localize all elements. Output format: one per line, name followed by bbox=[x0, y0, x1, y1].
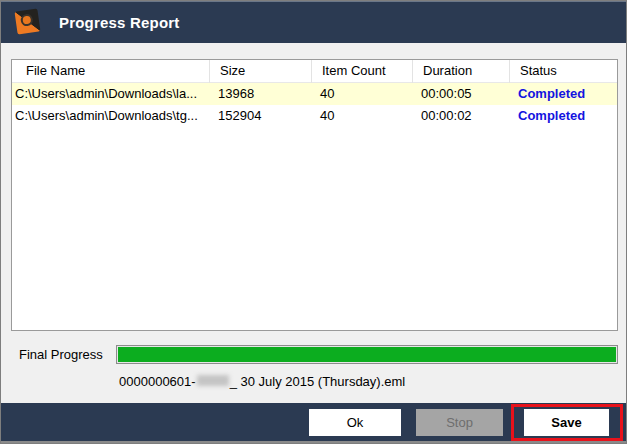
ok-button[interactable]: Ok bbox=[309, 409, 401, 436]
column-header-status[interactable]: Status bbox=[510, 60, 617, 83]
stop-button: Stop bbox=[416, 409, 503, 436]
button-bar: Ok Stop Save bbox=[1, 403, 627, 443]
cell-duration: 00:00:02 bbox=[413, 105, 510, 127]
save-button[interactable]: Save bbox=[524, 409, 609, 436]
file-progress-table: File Name Size Item Count Duration Statu… bbox=[11, 59, 618, 331]
redacted-text bbox=[197, 375, 229, 386]
current-file-prefix: 0000000601- bbox=[119, 374, 196, 389]
current-file-suffix: _ 30 July 2015 (Thursday).eml bbox=[230, 374, 406, 389]
table-row[interactable]: C:\Users\admin\Downloads\tg... 152904 40… bbox=[12, 105, 617, 127]
cell-item-count: 40 bbox=[312, 83, 413, 105]
cell-file-name: C:\Users\admin\Downloads\la... bbox=[12, 83, 210, 105]
app-logo-emblem bbox=[20, 13, 34, 27]
column-header-size[interactable]: Size bbox=[210, 60, 312, 83]
column-header-item-count[interactable]: Item Count bbox=[312, 60, 413, 83]
dialog-body: File Name Size Item Count Duration Statu… bbox=[1, 43, 627, 405]
titlebar[interactable]: Progress Report bbox=[1, 1, 626, 43]
table-row[interactable]: C:\Users\admin\Downloads\la... 13968 40 … bbox=[12, 83, 617, 105]
cell-size: 152904 bbox=[210, 105, 312, 127]
cell-file-name: C:\Users\admin\Downloads\tg... bbox=[12, 105, 210, 127]
app-logo-icon bbox=[15, 9, 41, 35]
column-header-file-name[interactable]: File Name bbox=[12, 60, 210, 83]
cell-size: 13968 bbox=[210, 83, 312, 105]
window-title: Progress Report bbox=[59, 2, 180, 44]
cell-duration: 00:00:05 bbox=[413, 83, 510, 105]
cell-item-count: 40 bbox=[312, 105, 413, 127]
final-progress-label: Final Progress bbox=[19, 347, 103, 362]
progress-report-dialog: Progress Report File Name Size Item Coun… bbox=[0, 0, 627, 444]
cell-status: Completed bbox=[510, 105, 617, 127]
column-header-duration[interactable]: Duration bbox=[413, 60, 510, 83]
cell-status: Completed bbox=[510, 83, 617, 105]
current-file-name: 0000000601-_ 30 July 2015 (Thursday).eml bbox=[119, 374, 405, 389]
final-progress-bar bbox=[116, 345, 618, 364]
table-header-row: File Name Size Item Count Duration Statu… bbox=[12, 60, 617, 83]
progress-fill bbox=[118, 347, 616, 362]
